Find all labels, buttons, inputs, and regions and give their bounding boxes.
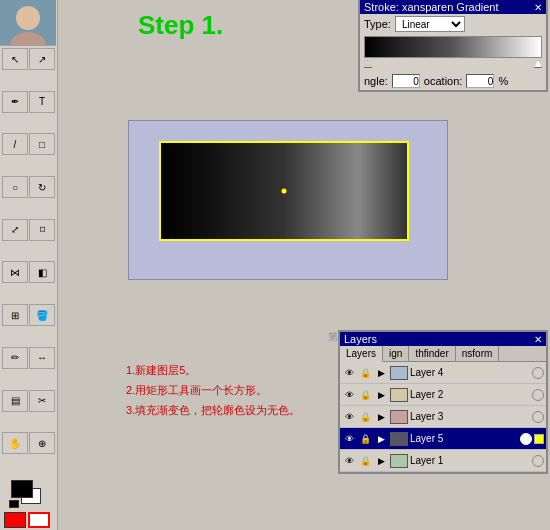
layer-5-color — [534, 434, 544, 444]
main-area: Step 1. Stroke: xansparen Gradient ✕ Typ… — [58, 0, 550, 530]
layer-4-visibility[interactable] — [342, 366, 356, 380]
layer-4-target[interactable] — [532, 367, 544, 379]
pen-tool[interactable]: ✒ — [2, 91, 28, 113]
paint-bucket-tool[interactable]: 🪣 — [29, 304, 55, 326]
foreground-color-box[interactable] — [11, 480, 33, 498]
layer-3-thumb — [390, 410, 408, 424]
rect-tool[interactable]: □ — [29, 133, 55, 155]
canvas-area — [128, 120, 448, 280]
layer-1-expand[interactable]: ▶ — [374, 454, 388, 468]
scale-tool[interactable]: ⤢ — [2, 219, 28, 241]
layer-row-4[interactable]: 🔒 ▶ Layer 4 — [340, 362, 546, 384]
toolbar: ↖ ↗ ✒ T / □ ○ ↻ ⤢ ⌑ ⋈ ◧ ⊞ 🪣 ✏ ↔ ▤ ✂ ✋ ⊕ — [0, 0, 58, 530]
arrow-tool[interactable]: ↖ — [2, 48, 28, 70]
layer-4-thumb — [390, 366, 408, 380]
ellipse-tool[interactable]: ○ — [2, 176, 28, 198]
direct-select-tool[interactable]: ↗ — [29, 48, 55, 70]
scissors-tool[interactable]: ✂ — [29, 390, 55, 412]
type-tool[interactable]: T — [29, 91, 55, 113]
gradient-angle-row: ngle: ocation: % — [360, 72, 546, 90]
gradient-type-row: Type: Linear Radial — [360, 14, 546, 34]
layers-panel: Layers ✕ Layers ign thfinder nsform 🔒 ▶ … — [338, 330, 548, 474]
layer-2-name: Layer 2 — [410, 389, 530, 400]
layer-1-target[interactable] — [532, 455, 544, 467]
stroke-indicator[interactable] — [28, 512, 50, 528]
layer-row-2[interactable]: 🔒 ▶ Layer 2 — [340, 384, 546, 406]
layer-3-name: Layer 3 — [410, 411, 530, 422]
measure-tool[interactable]: ↔ — [29, 347, 55, 369]
color-box — [9, 478, 49, 508]
layer-2-expand[interactable]: ▶ — [374, 388, 388, 402]
rotate-tool[interactable]: ↻ — [29, 176, 55, 198]
gradient-center-dot — [282, 189, 287, 194]
eyedropper-tool[interactable]: ✏ — [2, 347, 28, 369]
layer-5-lock[interactable]: 🔒 — [358, 432, 372, 446]
toolbar-avatar — [0, 0, 56, 46]
instruction-step3: 3.填充渐变色，把轮廓色设为无色。 — [126, 400, 300, 420]
tab-pathfinder[interactable]: thfinder — [409, 346, 455, 361]
layer-5-visibility[interactable] — [342, 432, 356, 446]
gradient-tool[interactable]: ◧ — [29, 261, 55, 283]
layers-panel-titlebar[interactable]: Layers ✕ — [340, 332, 546, 346]
graph-tool[interactable]: ▤ — [2, 390, 28, 412]
layer-3-target[interactable] — [532, 411, 544, 423]
gradient-panel-titlebar[interactable]: Stroke: xansparen Gradient ✕ — [360, 0, 546, 14]
instruction-step2: 2.用矩形工具画一个长方形。 — [126, 380, 300, 400]
layer-2-target[interactable] — [532, 389, 544, 401]
location-unit: % — [498, 75, 508, 87]
instructions-panel: 1.新建图层5。 2.用矩形工具画一个长方形。 3.填充渐变色，把轮廓色设为无色… — [126, 360, 300, 420]
layer-5-name: Layer 5 — [410, 433, 518, 444]
layer-4-name: Layer 4 — [410, 367, 530, 378]
gradient-indicators — [360, 60, 546, 72]
tab-transform[interactable]: nsform — [456, 346, 500, 361]
mesh-tool[interactable]: ⊞ — [2, 304, 28, 326]
layer-1-thumb — [390, 454, 408, 468]
layer-5-expand[interactable]: ▶ — [374, 432, 388, 446]
layer-1-lock[interactable]: 🔒 — [358, 454, 372, 468]
gradient-rectangle[interactable] — [159, 141, 409, 241]
layers-panel-title: Layers — [344, 333, 377, 345]
type-label: Type: — [364, 18, 391, 30]
layer-4-expand[interactable]: ▶ — [374, 366, 388, 380]
layer-5-thumb — [390, 432, 408, 446]
layer-4-lock[interactable]: 🔒 — [358, 366, 372, 380]
gradient-type-select[interactable]: Linear Radial — [395, 16, 465, 32]
instruction-step1: 1.新建图层5。 — [126, 360, 300, 380]
layer-3-lock[interactable]: 🔒 — [358, 410, 372, 424]
angle-input[interactable] — [392, 74, 420, 88]
blend-tool[interactable]: ⋈ — [2, 261, 28, 283]
layer-3-expand[interactable]: ▶ — [374, 410, 388, 424]
location-input[interactable] — [466, 74, 494, 88]
layer-2-lock[interactable]: 🔒 — [358, 388, 372, 402]
gradient-preview-bar — [364, 36, 542, 58]
layer-2-thumb — [390, 388, 408, 402]
layers-tabs: Layers ign thfinder nsform — [340, 346, 546, 362]
layer-row-1[interactable]: 🔒 ▶ Layer 1 — [340, 450, 546, 472]
tab-align[interactable]: ign — [383, 346, 409, 361]
layer-5-target[interactable] — [520, 433, 532, 445]
layer-3-visibility[interactable] — [342, 410, 356, 424]
zoom-tool[interactable]: ⊕ — [29, 432, 55, 454]
angle-label: ngle: — [364, 75, 388, 87]
location-label: ocation: — [424, 75, 463, 87]
gradient-stop-right[interactable] — [534, 60, 542, 68]
step-title: Step 1. — [138, 10, 223, 41]
layer-2-visibility[interactable] — [342, 388, 356, 402]
layer-1-name: Layer 1 — [410, 455, 530, 466]
fill-indicator[interactable] — [4, 512, 26, 528]
tools-grid: ↖ ↗ ✒ T / □ ○ ↻ ⤢ ⌑ ⋈ ◧ ⊞ 🪣 ✏ ↔ ▤ ✂ ✋ ⊕ — [0, 46, 57, 476]
layer-row-3[interactable]: 🔒 ▶ Layer 3 — [340, 406, 546, 428]
gradient-stop-left[interactable] — [364, 60, 372, 68]
layer-row-5[interactable]: 🔒 ▶ Layer 5 — [340, 428, 546, 450]
shear-tool[interactable]: ⌑ — [29, 219, 55, 241]
gradient-panel-close[interactable]: ✕ — [534, 2, 542, 13]
fill-stroke-row — [0, 510, 57, 530]
line-tool[interactable]: / — [2, 133, 28, 155]
layers-panel-close[interactable]: ✕ — [534, 334, 542, 345]
swap-icon[interactable] — [9, 500, 19, 508]
tab-layers[interactable]: Layers — [340, 346, 383, 362]
gradient-panel: Stroke: xansparen Gradient ✕ Type: Linea… — [358, 0, 548, 92]
hand-tool[interactable]: ✋ — [2, 432, 28, 454]
layer-1-visibility[interactable] — [342, 454, 356, 468]
gradient-panel-title: Stroke: xansparen Gradient — [364, 1, 499, 13]
